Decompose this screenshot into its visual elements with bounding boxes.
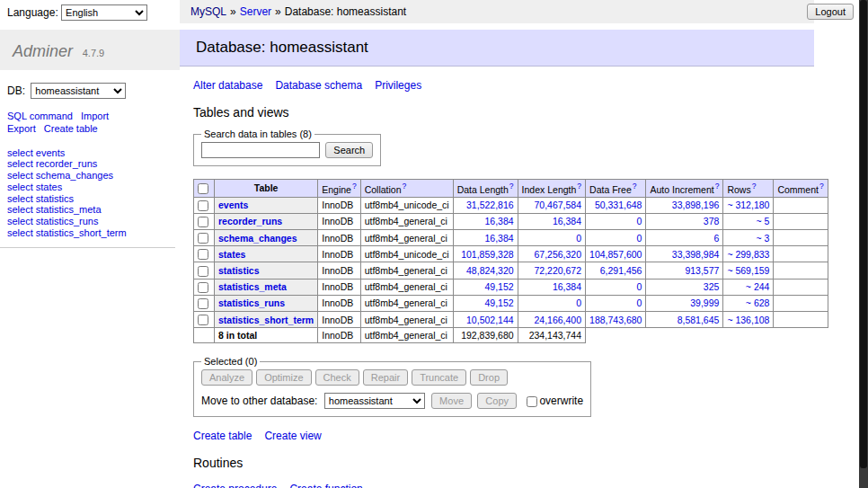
action-button-analyze[interactable]: Analyze (201, 369, 252, 386)
move-db-select[interactable]: homeassistant (324, 393, 425, 409)
rows-link[interactable]: ~ 299,833 (727, 249, 769, 260)
auto-increment-link[interactable]: 325 (704, 281, 720, 292)
index-length-link[interactable]: 0 (576, 233, 581, 244)
app-name-link[interactable]: Adminer (13, 42, 73, 60)
action-button-truncate[interactable]: Truncate (412, 369, 466, 386)
help-link-data-free[interactable]: ? (633, 182, 637, 191)
rows-link[interactable]: ~ 5 (757, 216, 770, 226)
auto-increment-link[interactable]: 6 (714, 233, 720, 244)
rows-link[interactable]: ~ 136,108 (727, 315, 769, 325)
data-free-link[interactable]: 0 (637, 281, 642, 292)
scrollbar-thumb[interactable] (860, 0, 867, 468)
rows-link[interactable]: ~ 628 (746, 297, 770, 308)
auto-increment-link[interactable]: 39,999 (690, 297, 719, 308)
auto-increment-link[interactable]: 33,398,984 (672, 249, 720, 260)
help-link-engine[interactable]: ? (352, 182, 357, 191)
overwrite-option[interactable]: overwrite (527, 395, 583, 407)
data-free-link[interactable]: 188,743,680 (589, 315, 642, 325)
search-button[interactable]: Search (325, 142, 373, 158)
table-link-events[interactable]: events (218, 200, 248, 210)
table-link-schema-changes[interactable]: schema_changes (218, 233, 297, 244)
action-button-repair[interactable]: Repair (363, 369, 408, 386)
sidebar-select-states[interactable]: select states (7, 182, 175, 193)
sidebar-select-recorder-runs[interactable]: select recorder_runs (7, 158, 175, 170)
auto-increment-link[interactable]: 8,581,645 (678, 315, 720, 325)
overwrite-checkbox[interactable] (527, 396, 537, 407)
rows-link[interactable]: ~ 569,159 (727, 265, 769, 276)
link-alter-database[interactable]: Alter database (193, 79, 262, 92)
index-length-link[interactable]: 67,256,320 (534, 249, 581, 260)
link-privileges[interactable]: Privileges (375, 79, 421, 92)
rows-link[interactable]: ~ 312,180 (727, 200, 769, 210)
help-link-rows[interactable]: ? (752, 182, 757, 191)
row-checkbox[interactable] (198, 282, 208, 293)
help-link-collation[interactable]: ? (403, 182, 407, 191)
breadcrumb-mysql-link[interactable]: MySQL (190, 5, 226, 18)
table-link-statistics[interactable]: statistics (218, 265, 260, 276)
move-button[interactable]: Move (431, 393, 472, 409)
index-length-link[interactable]: 16,384 (553, 216, 581, 226)
index-length-link[interactable]: 0 (576, 297, 581, 308)
data-free-link[interactable]: 104,857,600 (589, 249, 642, 260)
row-checkbox[interactable] (198, 249, 208, 260)
auto-increment-link[interactable]: 913,577 (685, 265, 719, 276)
table-link-states[interactable]: states (218, 249, 245, 260)
action-button-optimize[interactable]: Optimize (256, 369, 311, 386)
sidebar-select-events[interactable]: select events (7, 147, 175, 159)
row-checkbox[interactable] (198, 266, 208, 277)
data-free-link[interactable]: 0 (637, 216, 642, 226)
auto-increment-link[interactable]: 378 (704, 216, 720, 226)
auto-increment-link[interactable]: 33,898,196 (672, 200, 720, 210)
data-length-link[interactable]: 48,824,320 (466, 265, 514, 276)
data-free-link[interactable]: 6,291,456 (600, 265, 642, 276)
sidebar-select-statistics-short-term[interactable]: select statistics_short_term (7, 227, 175, 239)
data-free-link[interactable]: 0 (637, 233, 642, 244)
sidebar-select-schema-changes[interactable]: select schema_changes (7, 170, 175, 182)
data-length-link[interactable]: 10,502,144 (466, 315, 514, 325)
breadcrumb-server-link[interactable]: Server (240, 5, 271, 18)
index-length-link[interactable]: 70,467,584 (534, 200, 581, 210)
data-length-link[interactable]: 16,384 (484, 233, 513, 244)
sidebar-select-statistics-meta[interactable]: select statistics_meta (7, 204, 175, 216)
row-checkbox[interactable] (198, 315, 208, 325)
table-link-recorder-runs[interactable]: recorder_runs (218, 216, 282, 226)
link-create-table[interactable]: Create table (193, 430, 252, 442)
row-checkbox[interactable] (198, 298, 208, 309)
row-checkbox[interactable] (198, 200, 208, 211)
copy-button[interactable]: Copy (477, 393, 517, 409)
data-free-link[interactable]: 50,331,648 (595, 200, 642, 210)
db-select[interactable]: homeassistant (31, 83, 126, 99)
table-link-statistics-short-term[interactable]: statistics_short_term (218, 315, 314, 325)
index-length-link[interactable]: 72,220,672 (534, 265, 581, 276)
table-link-statistics-meta[interactable]: statistics_meta (218, 281, 287, 292)
sidebar-link-export[interactable]: Export (7, 123, 36, 134)
search-input[interactable] (201, 142, 320, 158)
index-length-link[interactable]: 24,166,400 (534, 315, 581, 325)
link-create-function[interactable]: Create function (289, 483, 362, 488)
sidebar-select-statistics[interactable]: select statistics (7, 193, 175, 205)
index-length-link[interactable]: 16,384 (553, 281, 581, 292)
data-free-link[interactable]: 0 (637, 297, 642, 308)
data-length-link[interactable]: 31,522,816 (466, 200, 514, 210)
action-button-drop[interactable]: Drop (470, 369, 508, 386)
link-create-procedure[interactable]: Create procedure (193, 483, 277, 488)
logout-button[interactable]: Logout (807, 4, 854, 20)
data-length-link[interactable]: 101,859,328 (461, 249, 513, 260)
table-link-statistics-runs[interactable]: statistics_runs (218, 297, 285, 308)
link-database-schema[interactable]: Database schema (275, 79, 362, 92)
language-select[interactable]: English (61, 4, 147, 21)
help-link-data-length[interactable]: ? (509, 182, 514, 191)
sidebar-link-create-table[interactable]: Create table (44, 123, 98, 134)
vertical-scrollbar[interactable] (859, 0, 868, 488)
action-button-check[interactable]: Check (315, 369, 359, 386)
row-checkbox[interactable] (198, 217, 208, 227)
sidebar-link-sql-command[interactable]: SQL command (7, 111, 73, 121)
data-length-link[interactable]: 16,384 (484, 216, 513, 226)
help-link-auto-increment[interactable]: ? (715, 182, 720, 191)
row-checkbox[interactable] (198, 233, 208, 244)
select-all-checkbox[interactable] (198, 183, 208, 194)
link-create-view[interactable]: Create view (264, 430, 321, 442)
sidebar-select-statistics-runs[interactable]: select statistics_runs (7, 216, 175, 227)
data-length-link[interactable]: 49,152 (484, 281, 513, 292)
help-link-index-length[interactable]: ? (577, 182, 581, 191)
